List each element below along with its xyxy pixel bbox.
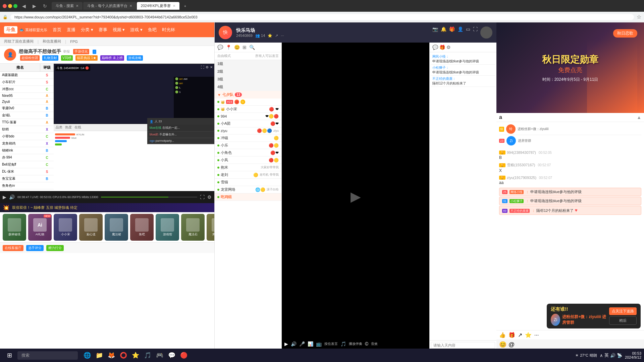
group-header[interactable]: 1组 xyxy=(215,60,281,68)
inner-close-icon[interactable]: ✕ xyxy=(210,65,213,69)
chat-bubble-icon[interactable]: 💬 xyxy=(217,45,223,50)
banner-item-3[interactable]: FPG xyxy=(70,40,78,44)
list-item[interactable]: 👑 小小宋 🔴 ❤ xyxy=(215,106,281,113)
list-item[interactable]: 龙雷网络 🌐🟡 滚子白给 xyxy=(215,186,281,193)
tray-expand-icon[interactable]: ∧ xyxy=(600,353,603,358)
minimize-stream-icon[interactable]: ▭ xyxy=(466,26,470,39)
nav-live[interactable]: 直播 xyxy=(67,27,75,33)
game-icon-9[interactable]: 角色扮演 xyxy=(207,214,214,241)
share-react-btn[interactable]: ↗ xyxy=(518,332,522,338)
play-icon[interactable]: ▶ xyxy=(3,194,6,200)
close-btn[interactable] xyxy=(3,4,7,8)
hold-to-talk-btn[interactable]: 按住发言 xyxy=(324,342,338,346)
notif-subscribe-btn[interactable]: 点关注下迷路 xyxy=(609,307,637,315)
search-chat-icon[interactable]: 🔍 xyxy=(249,45,255,50)
inner-settings-icon[interactable]: ⚙ xyxy=(206,65,209,69)
nav-timecup[interactable]: 时光杯 xyxy=(162,27,175,33)
taskbar-search[interactable]: 搜索 xyxy=(17,351,78,360)
fullscreen-icon[interactable]: ⛶ xyxy=(200,194,205,200)
v-tag[interactable]: V同榜 xyxy=(61,55,73,61)
report-btn[interactable]: 举报 xyxy=(63,49,70,54)
scoring-btn[interactable]: 选手评分 xyxy=(26,245,44,251)
gift-tag[interactable]: 礼物贡献 xyxy=(42,55,58,61)
list-item[interactable]: 冲磁 🟡 xyxy=(215,134,281,142)
user-icon[interactable]: 👤 xyxy=(458,26,463,39)
list-item[interactable]: 小凤 🔴🟡 xyxy=(215,157,281,164)
banner-item-2[interactable]: 和信直播间 xyxy=(43,39,61,44)
game-attack-tag[interactable]: 游戏攻略 xyxy=(127,55,143,61)
play-pause-btn[interactable]: ▶ xyxy=(284,341,288,347)
group-header[interactable]: 2组 xyxy=(215,68,281,75)
mic-btn[interactable]: 🎤 xyxy=(299,341,305,347)
tab-close-icon[interactable]: ✕ xyxy=(129,4,132,8)
gift-icon[interactable]: 🎁 xyxy=(449,26,455,39)
game-icon-6[interactable]: 鱼吧 xyxy=(130,214,154,241)
kpl-chat-input[interactable] xyxy=(431,342,495,349)
tab-douyu-search[interactable]: 斗鱼 - 搜索 ✕ xyxy=(52,2,83,10)
game-icon-4[interactable]: 贴心送 xyxy=(79,214,103,241)
soundtrack-btn[interactable]: 播放伴奏 xyxy=(349,342,362,346)
grid-icon[interactable]: ⊞ xyxy=(243,45,247,50)
equalizer-btn[interactable]: 📊 xyxy=(308,341,313,347)
fans-tag[interactable]: 超级粉丝团 xyxy=(20,55,40,61)
network-sys-icon[interactable]: 📡 xyxy=(617,353,622,358)
challenge-tag[interactable]: 福星挑战 1★ xyxy=(75,55,98,61)
rank-tag[interactable]: 巅峰榜 未上榜 xyxy=(100,55,124,61)
volume-icon[interactable]: 🔊 xyxy=(9,194,15,200)
game-icon-ai[interactable]: NEW Ai AI礼物 xyxy=(28,214,52,241)
tab-close-icon[interactable]: ✕ xyxy=(173,4,175,8)
taskbar-icon-explorer[interactable]: 📁 xyxy=(94,350,105,361)
maximize-btn[interactable] xyxy=(13,4,17,8)
thumbs-up-btn[interactable]: 👍 xyxy=(499,332,506,338)
forward-button[interactable]: ▶ xyxy=(31,3,38,9)
scroll-up-icon[interactable]: ▲ xyxy=(637,115,641,120)
tab-close-icon[interactable]: ✕ xyxy=(76,4,78,8)
list-item[interactable]: 老刘 🟡 老司机 带带我 xyxy=(215,171,281,179)
taskbar-icon-edge[interactable]: 🌐 xyxy=(82,350,93,361)
screen-btn[interactable]: 📺 xyxy=(316,341,322,347)
taskbar-icon-game[interactable]: 🎮 xyxy=(154,350,165,361)
nav-yuba[interactable]: 鱼吧 xyxy=(148,27,157,33)
taskbar-icon-chat[interactable]: 💬 xyxy=(166,350,177,361)
list-item[interactable]: 小乐 🔴🟡 xyxy=(215,142,281,149)
emoji-btn[interactable]: 😊 xyxy=(499,341,506,348)
tab-kpl[interactable]: 2024年KPL夏季赛 ✕ xyxy=(137,2,179,10)
promo-banner[interactable]: 秋日限定勋章 免费点亮 时间：2024年9月5日 - 9月11日 秋日恋歌 xyxy=(496,22,644,113)
stream-progress-bar[interactable] xyxy=(101,197,197,197)
music-icon[interactable]: 🎵 xyxy=(340,341,346,347)
gift-chat-icon[interactable]: 🎁 xyxy=(439,45,445,50)
camera-icon[interactable]: 📷 xyxy=(432,26,438,39)
taskbar-icon-red[interactable]: 🔴 xyxy=(178,350,189,361)
chat-icon[interactable]: 💬 xyxy=(432,45,438,50)
list-item[interactable]: 👑 #23 🔴 🟡 xyxy=(215,99,281,106)
start-button[interactable]: ⊞ xyxy=(3,350,16,361)
minimize-btn[interactable] xyxy=(8,4,12,8)
list-item[interactable]: 雪猫 xyxy=(215,179,281,186)
nav-home[interactable]: 首页 xyxy=(53,27,61,33)
nav-games[interactable]: 游戏 ▾ xyxy=(130,27,143,33)
user-avatar[interactable] xyxy=(480,26,492,39)
customer-service-btn[interactable]: 在线客服厅 xyxy=(3,245,23,251)
banner-item-1[interactable]: 邦炫了混在直播间 xyxy=(4,39,34,44)
list-item[interactable]: 小角色 🔴❤ xyxy=(215,149,281,157)
gift-react-btn[interactable]: 🎁 xyxy=(508,332,515,338)
emoji-panel-icon[interactable]: 😊 xyxy=(234,45,240,50)
group-header[interactable]: 3组 xyxy=(215,75,281,83)
nav-events[interactable]: 赛事 xyxy=(99,27,107,33)
volume-sys-icon[interactable]: 🔊 xyxy=(610,353,615,358)
address-bar[interactable]: https://www.douyu.com/topic/2024KPL_summ… xyxy=(10,14,634,20)
taskbar-icon-chrome[interactable]: ⭕ xyxy=(118,350,129,361)
volume-btn[interactable]: 🔊 xyxy=(291,341,297,347)
nav-category[interactable]: 分类 ▾ xyxy=(81,27,93,33)
game-icon-5[interactable]: 魔法裙 xyxy=(105,214,128,241)
more-react-btn[interactable]: ··· xyxy=(534,332,539,338)
list-item[interactable]: 994 ❤🟡🔴 xyxy=(215,113,281,120)
settings-chat-icon[interactable]: ⚙ xyxy=(446,45,451,50)
location-icon[interactable]: 📍 xyxy=(226,45,231,50)
notif-dismiss-btn[interactable]: 稍后 xyxy=(609,316,637,325)
tab-douyu-live[interactable]: 斗鱼 - 每个人的直播平台 ✕ xyxy=(83,2,136,10)
taskbar-icon-music[interactable]: 🎵 xyxy=(142,350,153,361)
nav-videos[interactable]: 视频 ▾ xyxy=(113,27,125,33)
at-btn[interactable]: @ xyxy=(508,341,515,348)
keyboard-lang-icon[interactable]: 英 xyxy=(604,352,609,358)
